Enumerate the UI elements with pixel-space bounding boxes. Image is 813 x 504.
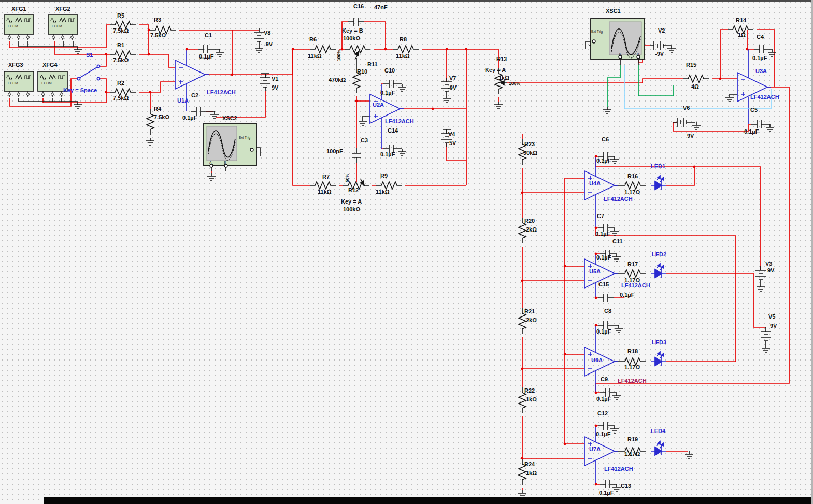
xsc1-ref: XSC1 — [606, 8, 621, 14]
v8-ref: V8 — [264, 30, 270, 36]
resistor-r17[interactable] — [620, 270, 646, 277]
battery-v2[interactable] — [650, 41, 667, 50]
battery-v5[interactable] — [761, 327, 771, 345]
ground-icon[interactable] — [210, 111, 219, 119]
ground-icon[interactable] — [359, 118, 367, 125]
led3-diode[interactable] — [651, 352, 666, 366]
xfg4-terminals: + COM − — [41, 82, 54, 85]
ground-icon[interactable] — [615, 325, 623, 333]
capacitor-c16[interactable] — [348, 18, 364, 26]
resistor-r16[interactable] — [620, 182, 646, 189]
c13-value: 0.1µF — [599, 490, 614, 496]
v2-value: -9V — [655, 51, 664, 57]
r4-ref: R4 — [154, 106, 161, 112]
r8-value: 11kΩ — [396, 53, 410, 59]
capacitor-c4[interactable] — [754, 45, 769, 53]
r5-ref: R5 — [117, 13, 124, 19]
ground-icon[interactable] — [685, 451, 693, 458]
battery-v1[interactable] — [260, 74, 270, 91]
wires-green — [607, 65, 674, 107]
u1a-ref: U1A — [177, 98, 189, 104]
xfg1-terminals: + COM − — [7, 25, 21, 28]
ground-icon[interactable] — [518, 490, 526, 497]
xfg2-ref: XFG2 — [55, 6, 70, 12]
capacitor-c15[interactable] — [598, 294, 614, 302]
c1-ref: C1 — [205, 33, 212, 38]
battery-v8[interactable] — [254, 28, 264, 46]
r20-value: 2kΩ — [526, 227, 537, 233]
ground-icon[interactable] — [398, 84, 406, 91]
r22-ref: R22 — [524, 388, 535, 394]
resistor-r6[interactable] — [310, 46, 336, 53]
xfg2-terminals: + COM − — [51, 25, 65, 28]
capacitor-c10[interactable] — [383, 80, 399, 88]
led1-diode[interactable] — [651, 176, 666, 190]
ground-icon[interactable] — [610, 228, 619, 235]
xsc1-exttrig: Ext Trig — [591, 30, 603, 34]
r18-ref: R18 — [627, 349, 638, 354]
ground-icon[interactable] — [603, 107, 611, 114]
c14-value: 0.1µF — [380, 152, 395, 157]
v4-ref: V4 — [448, 132, 455, 137]
v1-ref: V1 — [272, 76, 278, 82]
opamp-u1a[interactable] — [175, 60, 209, 89]
resistor-r9[interactable] — [376, 182, 402, 189]
c12-ref: C12 — [597, 411, 608, 416]
led4-diode[interactable] — [651, 441, 666, 455]
r17-ref: R17 — [627, 262, 638, 267]
v3-value: 9V — [767, 268, 774, 273]
ground-icon[interactable] — [766, 124, 774, 132]
v8-value: -9V — [264, 41, 273, 47]
ground-icon[interactable] — [610, 156, 619, 164]
v5-value: 9V — [770, 323, 777, 329]
ground-icon[interactable] — [692, 122, 701, 129]
resistor-r8[interactable] — [393, 46, 419, 53]
r10-value: 470kΩ — [329, 77, 346, 83]
ground-icon[interactable] — [612, 484, 621, 492]
switch-s1[interactable] — [77, 65, 99, 80]
capacitor-c5[interactable] — [751, 120, 767, 128]
u7a-ref: U7A — [589, 447, 601, 452]
u6a-ref: U6A — [591, 357, 603, 363]
ground-icon[interactable] — [610, 426, 619, 433]
led2-diode[interactable] — [651, 264, 666, 278]
resistor-r7[interactable] — [310, 182, 336, 189]
resistor-r15[interactable] — [683, 75, 709, 82]
capacitor-c1[interactable] — [198, 45, 213, 53]
r13-ref: R13 — [496, 56, 507, 62]
xfg3-ref: XFG3 — [8, 62, 23, 68]
r2-value: 7.5kΩ — [113, 95, 129, 101]
v5-ref: V5 — [768, 314, 775, 320]
schematic-canvas[interactable]: XFG1XFG2+ COM −+ COM −XFG3XFG4+ COM −+ C… — [0, 0, 813, 504]
ground-icon[interactable] — [494, 102, 503, 109]
ground-icon[interactable] — [762, 345, 770, 352]
led1-ref: LED1 — [651, 164, 665, 169]
v2-ref: V2 — [658, 28, 665, 34]
ground-icon[interactable] — [667, 46, 676, 53]
c16-ref: C16 — [353, 4, 364, 9]
c6-value: 0.1µF — [596, 158, 611, 164]
potentiometer-keyb[interactable] — [345, 46, 370, 53]
pot1-value: 100kΩ — [343, 36, 360, 41]
ground-icon[interactable] — [443, 95, 451, 103]
v1-value: 9V — [272, 85, 278, 91]
ground-icon[interactable] — [757, 284, 765, 291]
r14-ref: R14 — [736, 18, 746, 23]
resistor-r4[interactable] — [147, 109, 154, 135]
battery-v6[interactable] — [673, 118, 691, 127]
ground-icon[interactable] — [207, 173, 216, 180]
ground-icon[interactable] — [612, 393, 621, 400]
ground-icon[interactable] — [398, 149, 406, 156]
ground-icon[interactable] — [146, 138, 154, 145]
capacitor-c3[interactable] — [352, 148, 361, 163]
wires-black — [19, 41, 772, 484]
c16-value: 47nF — [374, 5, 388, 10]
ground-icon[interactable] — [725, 94, 734, 102]
u5a-ref: U5A — [589, 269, 601, 275]
ground-icon[interactable] — [255, 46, 263, 53]
bottom-scrollbar[interactable] — [44, 497, 813, 504]
c2-ref: C2 — [191, 93, 198, 98]
battery-v3[interactable] — [755, 266, 766, 284]
ground-icon[interactable] — [612, 254, 621, 261]
ground-icon[interactable] — [216, 49, 224, 56]
